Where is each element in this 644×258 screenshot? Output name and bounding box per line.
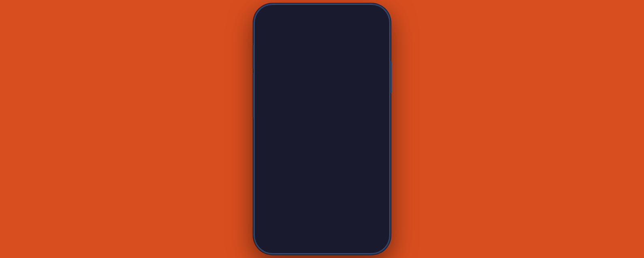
emoji-cell[interactable]: 😑 [285,115,297,129]
home-indicator [302,246,342,247]
emoji-cell[interactable]: 🤗 [347,129,359,144]
mic-button[interactable] [366,176,380,190]
animals-category-icon[interactable]: 🐻 [287,161,296,170]
emoji-cell[interactable]: 🙈 [260,100,273,115]
svg-rect-6 [279,241,281,243]
emoji-cell[interactable]: 😮 [285,129,297,144]
emoji-cell[interactable]: 😒 [322,144,334,159]
emoji-cell[interactable]: 🤮 [347,86,359,100]
phone-screen: 🤦 😶 🙈 🔍 Search Emoji [258,8,386,250]
svg-rect-5 [282,238,285,240]
svg-rect-7 [282,241,285,243]
svg-rect-3 [266,238,269,239]
emoji-cell[interactable]: 😢 [371,100,384,115]
background: 🤦 😶 🙈 🔍 Search Emoji [0,0,644,258]
emoji-cell[interactable]: 🤔 [273,86,285,100]
svg-point-2 [267,240,269,242]
objects-category-icon[interactable]: 💡 [336,161,345,170]
emoji-cell[interactable]: 🤐 [322,115,334,129]
emoji-cell[interactable]: 🥴 [371,86,384,100]
emoji-keyboard: 🔍 Search Emoji SMILEYS & PEOPLE 🤯 🤔 🤭 😐 … [258,66,386,198]
smileys-category-icon[interactable]: 😊 [275,161,284,170]
emoji-cell[interactable]: 🤦 [273,100,285,115]
emoji-cell[interactable]: 🙄 [310,115,322,129]
emoji-cell[interactable]: 😶 [371,129,384,144]
abc-button[interactable]: ABC [264,177,288,189]
camera-button[interactable] [261,234,273,247]
emoji-category-bar: 🕐 😊 🐻 👍 ⚽ 🚗 💡 &#* 🏴 ⌫ [258,159,386,173]
delete-key[interactable]: ⌫ [372,162,381,170]
category-label: SMILEYS & PEOPLE [258,79,386,86]
emoji-cell[interactable]: 🤦 [371,115,384,129]
emoji-cell[interactable]: 🥴 [359,100,371,115]
emoji-cell[interactable]: 😢 [310,129,322,144]
emoji-cell[interactable]: 😮 [273,144,285,159]
svg-rect-8 [371,178,374,184]
emoji-cell[interactable]: 🤨 [310,86,322,100]
emoji-cell[interactable]: 😓 [359,115,371,129]
emoji-input-1: 🤦 [295,237,304,244]
phone-mockup: 🤦 😶 🙈 🔍 Search Emoji [253,3,391,255]
svg-rect-4 [279,238,281,240]
emoji-cell[interactable]: 🤔 [273,115,285,129]
emoji-cell[interactable]: 😬 [273,129,285,144]
screen-top [258,8,386,63]
emoji-cell[interactable]: 😤 [347,100,359,115]
gestures-category-icon[interactable]: 👍 [299,161,308,170]
emoji-cell[interactable]: 🤯 [260,86,273,100]
emoji-cell[interactable]: 😐 [297,86,309,100]
emoji-cell[interactable]: 🤦 [260,115,273,129]
dynamic-island [304,12,340,23]
emoji-cell[interactable]: 🤧 [334,100,346,115]
message-input[interactable]: 🤦 😶 🙈 [290,234,368,247]
emoji-input-3: 🙈 [318,237,327,244]
emoji-cell[interactable]: 😶 [285,100,297,115]
emoji-cell[interactable]: 😵 [260,144,273,159]
text-cursor [316,236,317,245]
emoji-cell[interactable]: 😵 [322,100,334,115]
emoji-cell[interactable]: 🙄 [285,144,297,159]
emoji-cell[interactable]: 🥴 [297,144,309,159]
symbols-category-icon[interactable]: &#* [348,163,356,169]
search-placeholder: Search Emoji [274,69,308,75]
emoji-cell[interactable]: 😤 [334,115,346,129]
space-bar[interactable]: space [304,174,349,191]
emoji-search-bar[interactable]: 🔍 Search Emoji [261,66,383,77]
emoji-cell[interactable]: 🤩 [322,86,334,100]
emoji-cell[interactable]: 😶 [260,129,273,144]
keyboard-bottom: ABC space [258,173,386,198]
emoji-cell[interactable]: 😁 [322,129,334,144]
apps-button[interactable] [276,234,288,247]
emoji-cell[interactable]: 😬 [334,129,346,144]
emoji-cell[interactable]: 😵 [334,86,346,100]
emoji-input-2: 😶 [305,237,314,244]
emoji-cell[interactable]: 😶‍🌫️ [310,144,322,159]
emoji-cell[interactable]: 🤢 [359,86,371,100]
recent-category-icon[interactable]: 🕐 [263,161,272,170]
send-button[interactable] [371,234,383,247]
search-icon: 🔍 [265,69,272,75]
emoji-grid-container: 🤯 🤔 🤭 😐 🤨 🤩 😵 🤮 🤢 🥴 🙈 🤦 😶 [258,86,386,159]
travel-category-icon[interactable]: 🚗 [324,161,333,170]
flags-category-icon[interactable]: 🏴 [360,161,369,170]
emoji-cell[interactable]: 😼 [347,115,359,129]
emoji-cell[interactable]: 😮 [297,115,309,129]
space-label: space [319,180,334,186]
emoji-cell[interactable]: 🤦 [359,129,371,144]
emoji-cell[interactable]: 🤭 [285,86,297,100]
emoji-cell[interactable]: 😟 [297,100,309,115]
emoji-cell[interactable]: 😴 [310,100,322,115]
sports-category-icon[interactable]: ⚽ [311,161,320,170]
emoji-cell[interactable]: 😏 [297,129,309,144]
emoji-grid: 🤯 🤔 🤭 😐 🤨 🤩 😵 🤮 🤢 🥴 🙈 🤦 😶 [258,86,386,159]
